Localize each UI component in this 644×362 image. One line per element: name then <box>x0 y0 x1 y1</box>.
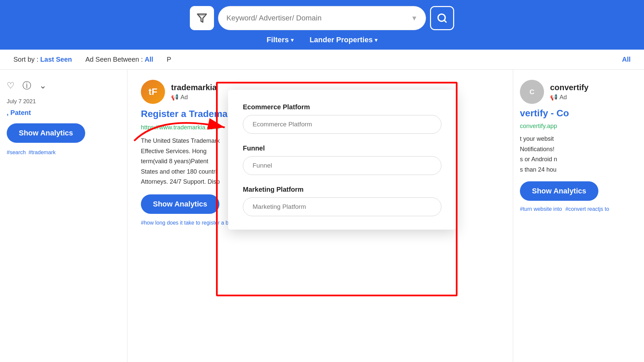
marketing-platform-field: Marketing Platform <box>243 186 441 216</box>
chevron-down-icon: ▼ <box>411 14 418 22</box>
funnel-input[interactable] <box>243 156 441 175</box>
filters-chevron-icon: ▾ <box>291 37 293 43</box>
sort-by-label: Sort by : Last Seen <box>13 56 72 63</box>
hashtag-search[interactable]: #search <box>7 149 26 156</box>
ad-seen-label: Ad Seen Between : All <box>86 56 153 63</box>
search-button[interactable] <box>430 6 454 30</box>
hashtag-trademark-left[interactable]: #trademark <box>29 149 56 156</box>
sort-bar: Sort by : Last Seen Ad Seen Between : Al… <box>0 50 644 70</box>
card-right-partial: C convertify 📢 Ad vertify - Co convertif… <box>513 70 644 362</box>
date-left: July 7 2021 <box>7 98 120 105</box>
hashtag-right-1[interactable]: #turn website into <box>520 206 562 212</box>
card-url-right[interactable]: convertify.app <box>520 123 637 130</box>
megaphone-icon-right: 📢 <box>550 94 557 101</box>
funnel-field: Funnel <box>243 144 441 175</box>
partial-title-left: , Patent <box>7 109 120 117</box>
ad-seen-value[interactable]: All <box>145 56 153 63</box>
card-title-right[interactable]: vertify - Co <box>520 108 637 119</box>
lander-properties-dropdown: Ecommerce Platform Funnel Marketing Plat… <box>228 90 456 230</box>
filter-links-row: Filters ▾ Lander Properties ▾ <box>267 36 377 44</box>
card-header-right: C convertify 📢 Ad <box>520 80 637 104</box>
card-description-right: t your websitNotifications!s or Android … <box>520 134 637 175</box>
top-bar: ▼ Filters ▾ Lander Properties ▾ <box>0 0 644 50</box>
card-actions-left: ♡ ⓘ ⌄ <box>7 80 120 92</box>
svg-line-3 <box>444 20 446 22</box>
expand-icon[interactable]: ⌄ <box>39 80 47 91</box>
show-analytics-btn-left[interactable]: Show Analytics <box>7 123 85 143</box>
info-icon[interactable]: ⓘ <box>22 80 31 92</box>
avatar-right: C <box>520 80 544 104</box>
ad-badge-right: 📢 Ad <box>550 94 589 101</box>
ad-badge-main: 📢 Ad <box>171 94 217 101</box>
lander-properties-chevron-icon: ▾ <box>375 37 377 43</box>
platform-all-value: All <box>622 56 631 63</box>
show-analytics-btn-main[interactable]: Show Analytics <box>141 194 219 214</box>
favorite-icon[interactable]: ♡ <box>7 80 14 91</box>
platform-label: P <box>167 56 171 63</box>
megaphone-icon: 📢 <box>171 94 178 101</box>
hashtag-row-left: #search #trademark <box>7 149 120 156</box>
hashtag-main-1[interactable]: #how long does it take to register a bra… <box>141 220 236 226</box>
ecommerce-platform-field: Ecommerce Platform <box>243 103 441 134</box>
show-analytics-btn-right[interactable]: Show Analytics <box>520 181 598 201</box>
sort-value[interactable]: Last Seen <box>40 56 72 63</box>
marketing-platform-label: Marketing Platform <box>243 186 441 193</box>
filters-link[interactable]: Filters ▾ <box>267 36 293 44</box>
hashtag-right-2[interactable]: #convert reactjs to <box>565 206 609 212</box>
funnel-label: Funnel <box>243 144 441 152</box>
content-area: ♡ ⓘ ⌄ July 7 2021 , Patent Show Analytic… <box>0 70 644 362</box>
ecommerce-platform-label: Ecommerce Platform <box>243 103 441 111</box>
search-input[interactable] <box>226 14 408 22</box>
ecommerce-platform-input[interactable] <box>243 115 441 134</box>
filter-icon-button[interactable] <box>190 6 214 30</box>
card-name-right: convertify <box>550 83 589 92</box>
card-left-partial: ♡ ⓘ ⌄ July 7 2021 , Patent Show Analytic… <box>0 70 127 362</box>
marketing-platform-input[interactable] <box>243 197 441 216</box>
search-input-wrapper[interactable]: ▼ <box>218 6 426 30</box>
avatar-main: tF <box>141 80 165 104</box>
search-row: ▼ <box>190 6 454 30</box>
card-name-main: trademarkia <box>171 83 217 92</box>
card-hashtags-right: #turn website into #convert reactjs to <box>520 206 637 212</box>
lander-properties-link[interactable]: Lander Properties ▾ <box>310 36 377 44</box>
